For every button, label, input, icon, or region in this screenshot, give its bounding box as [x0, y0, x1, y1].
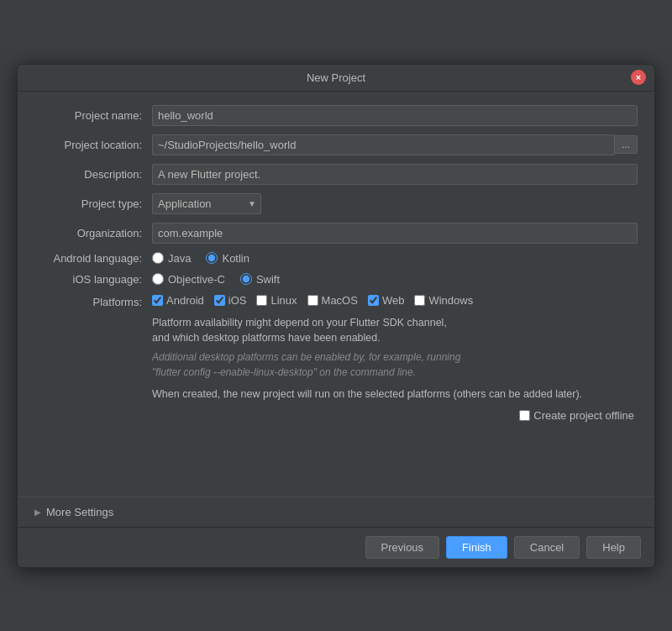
platform-linux-label: Linux — [270, 294, 297, 307]
organization-label: Organization: — [34, 227, 152, 239]
project-type-select[interactable]: Application Plugin Package Module — [152, 193, 261, 214]
new-project-dialog: New Project × Project name: Project loca… — [17, 64, 655, 568]
browse-button[interactable]: ... — [615, 135, 638, 154]
project-type-label: Project type: — [34, 197, 152, 210]
android-kotlin-option[interactable]: Kotlin — [206, 252, 249, 265]
more-settings-section[interactable]: ▶ More Settings — [18, 497, 654, 527]
platform-info-bold-text: Platform availability might depend on yo… — [152, 315, 638, 347]
project-location-input[interactable] — [152, 134, 615, 155]
ios-swift-radio[interactable] — [240, 273, 252, 285]
platform-linux-checkbox[interactable] — [256, 295, 267, 306]
close-button[interactable]: × — [631, 70, 646, 85]
project-type-select-wrapper: Application Plugin Package Module ▼ — [152, 193, 261, 214]
platforms-section: Android iOS Linux MacOS — [152, 294, 638, 422]
ios-objc-radio[interactable] — [152, 273, 164, 285]
description-label: Description: — [34, 168, 152, 181]
description-row: Description: — [34, 164, 638, 185]
previous-button[interactable]: Previous — [365, 536, 440, 559]
chevron-right-icon: ▶ — [34, 507, 41, 517]
title-bar: New Project × — [18, 65, 654, 92]
platform-web-label: Web — [382, 294, 405, 307]
ios-language-label: iOS language: — [34, 273, 152, 286]
create-offline-option[interactable]: Create project offline — [519, 409, 634, 422]
platform-info-muted-text: Additional desktop platforms can be enab… — [152, 350, 638, 380]
platform-info-normal-text: When created, the new project will run o… — [152, 386, 638, 402]
platforms-label: Platforms: — [34, 294, 152, 308]
platform-macos-checkbox[interactable] — [307, 295, 318, 306]
android-language-row: Android language: Java Kotlin — [34, 252, 638, 265]
project-location-row: Project location: ... — [34, 134, 638, 155]
platform-linux[interactable]: Linux — [256, 294, 297, 307]
platforms-row: Platforms: Android iOS Linux — [34, 294, 638, 422]
organization-row: Organization: — [34, 223, 638, 244]
create-offline-row: Create project offline — [152, 409, 634, 422]
project-location-label: Project location: — [34, 139, 152, 151]
button-bar: Previous Finish Cancel Help — [18, 527, 654, 567]
description-input[interactable] — [152, 164, 638, 185]
platform-ios[interactable]: iOS — [214, 294, 247, 307]
android-language-label: Android language: — [34, 252, 152, 265]
platform-macos-label: MacOS — [322, 294, 358, 307]
platform-info-bold: Platform availability might depend on yo… — [152, 315, 638, 347]
ios-swift-label: Swift — [256, 273, 280, 286]
platform-web-checkbox[interactable] — [368, 295, 379, 306]
dialog-title: New Project — [307, 71, 365, 84]
platform-windows[interactable]: Windows — [414, 294, 473, 307]
platform-windows-label: Windows — [428, 294, 473, 307]
android-java-label: Java — [168, 252, 191, 265]
platforms-checkboxes: Android iOS Linux MacOS — [152, 294, 638, 307]
android-kotlin-radio[interactable] — [206, 252, 218, 264]
ios-language-group: Objective-C Swift — [152, 273, 280, 286]
cancel-button[interactable]: Cancel — [514, 536, 580, 559]
create-offline-label: Create project offline — [533, 409, 634, 422]
platform-android-checkbox[interactable] — [152, 295, 163, 306]
project-name-row: Project name: — [34, 105, 638, 126]
android-java-radio[interactable] — [152, 252, 164, 264]
platform-ios-checkbox[interactable] — [214, 295, 225, 306]
form-content: Project name: Project location: ... Desc… — [18, 92, 654, 497]
create-offline-checkbox[interactable] — [519, 410, 530, 421]
project-type-row: Project type: Application Plugin Package… — [34, 193, 638, 214]
platform-macos[interactable]: MacOS — [307, 294, 358, 307]
platform-web[interactable]: Web — [368, 294, 405, 307]
organization-input[interactable] — [152, 223, 638, 244]
platform-windows-checkbox[interactable] — [414, 295, 425, 306]
project-name-label: Project name: — [34, 109, 152, 122]
platform-android[interactable]: Android — [152, 294, 204, 307]
android-kotlin-label: Kotlin — [222, 252, 249, 265]
android-language-group: Java Kotlin — [152, 252, 249, 265]
finish-button[interactable]: Finish — [446, 536, 507, 559]
more-settings-label: More Settings — [46, 506, 113, 518]
ios-objc-label: Objective-C — [168, 273, 225, 286]
ios-objc-option[interactable]: Objective-C — [152, 273, 225, 286]
platform-ios-label: iOS — [228, 294, 247, 307]
project-name-input[interactable] — [152, 105, 638, 126]
platform-android-label: Android — [166, 294, 204, 307]
ios-language-row: iOS language: Objective-C Swift — [34, 273, 638, 286]
android-java-option[interactable]: Java — [152, 252, 191, 265]
location-input-group: ... — [152, 134, 638, 155]
ios-swift-option[interactable]: Swift — [240, 273, 280, 286]
help-button[interactable]: Help — [586, 536, 641, 559]
